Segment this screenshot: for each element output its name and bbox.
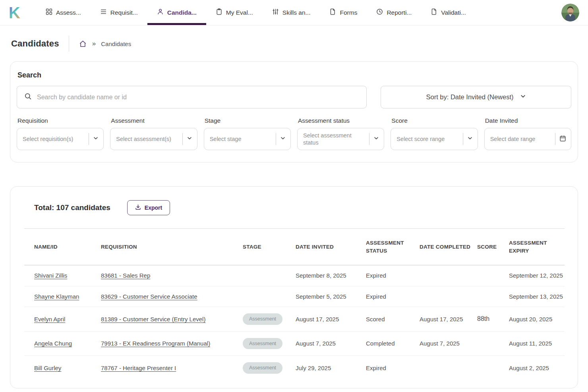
- tab-assessments[interactable]: Assess...: [36, 0, 91, 25]
- chevron-down-icon: [187, 135, 192, 143]
- document-icon: [329, 8, 336, 17]
- search-input-wrapper: [17, 86, 367, 108]
- assessment-expiry-cell: September 12, 2025: [509, 265, 565, 286]
- assessment-status-select[interactable]: Select assessment status: [297, 128, 384, 150]
- assessment-status-cell: Expired: [366, 265, 420, 286]
- chevron-down-icon: [520, 93, 526, 101]
- search-input[interactable]: [37, 94, 359, 101]
- grid-icon: [46, 8, 52, 17]
- tab-requisitions[interactable]: Requisit...: [91, 0, 147, 25]
- field-divider: [369, 133, 369, 145]
- requisition-link[interactable]: 83629 - Customer Service Associate: [101, 293, 197, 300]
- sort-by-label: Sort by: Date Invited (Newest): [426, 93, 513, 101]
- app-logo[interactable]: K: [9, 0, 20, 25]
- filter-requisition: Requisition Select requisition(s): [17, 117, 104, 150]
- score-cell: [477, 356, 509, 380]
- col-score: SCORE: [477, 229, 509, 265]
- field-divider: [555, 133, 555, 145]
- top-navigation: K Assess... Requisit... Candida... My Ev…: [0, 0, 588, 25]
- tab-label: Requisit...: [110, 9, 138, 16]
- assessment-status-cell: Expired: [366, 356, 420, 380]
- search-panel: Search Sort by: Date Invited (Newest) Re…: [10, 61, 578, 162]
- col-date-completed: DATE COMPLETED: [420, 229, 477, 265]
- tab-forms[interactable]: Forms: [320, 0, 367, 25]
- table-row: Shayne Klayman 83629 - Customer Service …: [24, 286, 565, 307]
- requisition-link[interactable]: 83681 - Sales Rep: [101, 272, 150, 279]
- candidate-name-link[interactable]: Shayne Klayman: [34, 293, 79, 300]
- filter-label: Assessment status: [298, 117, 384, 124]
- score-cell: [477, 331, 509, 356]
- search-section-label: Search: [17, 71, 571, 79]
- tab-label: Skills an...: [282, 9, 311, 16]
- tab-candidates[interactable]: Candida...: [147, 0, 206, 25]
- user-avatar[interactable]: [561, 4, 579, 21]
- filter-score: Score Select score range: [391, 117, 478, 150]
- date-completed-cell: [420, 356, 477, 380]
- document-icon: [431, 8, 437, 17]
- requisition-link[interactable]: 81389 - Customer Service (Entry Level): [101, 316, 205, 322]
- tab-label: My Eval...: [226, 9, 253, 16]
- candidate-name-link[interactable]: Evelyn April: [34, 316, 65, 322]
- results-toolbar: Total: 107 candidates Export: [24, 200, 564, 215]
- table-row: Angela Chung 79913 - EX Readiness Progra…: [24, 331, 565, 356]
- candidate-name-link[interactable]: Shivani Zillis: [34, 272, 67, 279]
- date-invited-cell: September 5, 2025: [296, 286, 366, 307]
- requisition-link[interactable]: 79913 - EX Readiness Program (Manual): [101, 340, 210, 347]
- table-header-row: NAME/ID REQUISITION STAGE DATE INVITED A…: [24, 229, 565, 265]
- home-icon[interactable]: [79, 40, 87, 48]
- chevron-down-icon: [467, 135, 473, 143]
- tab-skills-analysis[interactable]: Skills an...: [263, 0, 320, 25]
- logo-k-icon: K: [9, 5, 20, 21]
- filter-placeholder: Select assessment status: [303, 132, 365, 146]
- page-title: Candidates: [11, 39, 59, 49]
- breadcrumb: » Candidates: [79, 40, 131, 48]
- col-stage: STAGE: [243, 229, 296, 265]
- filter-placeholder: Select requisition(s): [23, 135, 85, 143]
- table-row: Evelyn April 81389 - Customer Service (E…: [24, 307, 565, 332]
- tab-label: Candida...: [167, 9, 197, 16]
- date-completed-cell: August 17, 2025: [420, 307, 477, 332]
- tab-label: Validati...: [441, 9, 466, 16]
- assessment-expiry-cell: September 13, 2025: [509, 286, 565, 307]
- requisition-link[interactable]: 78767 - Heritage Presenter I: [101, 365, 176, 371]
- date-invited-cell: September 8, 2025: [296, 265, 366, 286]
- assessment-status-cell: Completed: [366, 331, 420, 356]
- candidate-name-link[interactable]: Angela Chung: [34, 340, 72, 347]
- col-assessment-status: ASSESSMENT STATUS: [366, 229, 420, 265]
- export-button[interactable]: Export: [127, 200, 170, 215]
- tab-reporting[interactable]: Reporti...: [367, 0, 421, 25]
- chevron-down-icon: [280, 135, 286, 143]
- tab-validation[interactable]: Validati...: [421, 0, 476, 25]
- search-row: Sort by: Date Invited (Newest): [17, 86, 571, 108]
- filter-placeholder: Select date range: [490, 135, 551, 143]
- score-select[interactable]: Select score range: [391, 128, 478, 150]
- download-icon: [135, 204, 141, 211]
- stage-select[interactable]: Select stage: [204, 128, 291, 150]
- filter-date-invited: Date Invited Select date range: [484, 117, 571, 150]
- filter-placeholder: Select score range: [397, 135, 458, 143]
- field-divider: [463, 133, 463, 145]
- date-invited-cell: July 29, 2025: [296, 356, 366, 380]
- filter-row: Requisition Select requisition(s) Assess…: [17, 117, 571, 150]
- breadcrumb-current[interactable]: Candidates: [101, 41, 131, 47]
- assessment-status-cell: Scored: [366, 307, 420, 332]
- tab-label: Assess...: [56, 9, 81, 16]
- date-invited-select[interactable]: Select date range: [484, 128, 571, 150]
- requisition-select[interactable]: Select requisition(s): [17, 128, 104, 150]
- table-row: Bill Gurley 78767 - Heritage Presenter I…: [24, 356, 565, 380]
- sort-by-dropdown[interactable]: Sort by: Date Invited (Newest): [381, 86, 571, 108]
- stage-badge: Assessment: [243, 313, 282, 325]
- field-divider: [89, 133, 89, 145]
- candidate-name-link[interactable]: Bill Gurley: [34, 365, 61, 371]
- tab-my-evaluations[interactable]: My Eval...: [206, 0, 263, 25]
- candidates-table: NAME/ID REQUISITION STAGE DATE INVITED A…: [24, 228, 565, 380]
- table-row: Shivani Zillis 83681 - Sales Rep Septemb…: [24, 265, 565, 286]
- assessment-select[interactable]: Select assessment(s): [110, 128, 197, 150]
- results-panel: Total: 107 candidates Export NAME/ID REQ…: [10, 186, 578, 388]
- stage-badge: Assessment: [243, 338, 282, 350]
- score-cell: [477, 265, 509, 286]
- tab-label: Reporti...: [387, 9, 412, 16]
- field-divider: [276, 133, 276, 145]
- page-header: Candidates » Candidates: [0, 25, 588, 61]
- assessment-expiry-cell: August 11, 2025: [509, 331, 565, 356]
